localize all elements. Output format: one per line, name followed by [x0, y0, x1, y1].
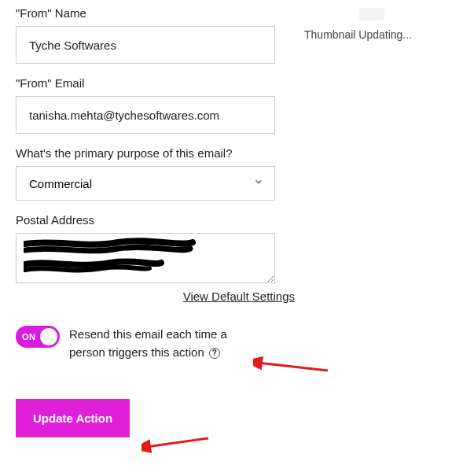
from-email-field: "From" Email	[16, 76, 299, 134]
postal-label: Postal Address	[16, 213, 299, 227]
help-icon[interactable]: ?	[209, 348, 220, 359]
arrow-annotation-icon	[141, 435, 212, 454]
view-default-settings-link[interactable]: View Default Settings	[183, 290, 295, 303]
from-email-input[interactable]	[16, 96, 275, 134]
from-email-label: "From" Email	[16, 76, 299, 90]
purpose-field: What's the primary purpose of this email…	[16, 146, 299, 201]
resend-toggle-row: ON Resend this email each time a person …	[16, 326, 299, 361]
thumbnail-placeholder	[359, 8, 384, 20]
postal-field: Postal Address View Default Settings	[16, 213, 299, 304]
from-name-input[interactable]	[16, 26, 275, 64]
toggle-on-text: ON	[22, 332, 36, 341]
update-action-button[interactable]: Update Action	[16, 399, 130, 437]
svg-line-1	[146, 438, 208, 447]
toggle-knob	[40, 328, 57, 345]
purpose-select[interactable]: Commercial	[16, 166, 275, 201]
purpose-label: What's the primary purpose of this email…	[16, 146, 299, 160]
thumbnail-status: Thumbnail Updating...	[304, 28, 412, 41]
form-container: "From" Name "From" Email What's the prim…	[0, 0, 299, 437]
from-name-field: "From" Name	[16, 6, 299, 64]
resend-toggle[interactable]: ON	[16, 326, 60, 348]
resend-toggle-label: Resend this email each time a person tri…	[69, 326, 250, 361]
from-name-label: "From" Name	[16, 6, 299, 20]
postal-textarea[interactable]	[16, 233, 275, 283]
